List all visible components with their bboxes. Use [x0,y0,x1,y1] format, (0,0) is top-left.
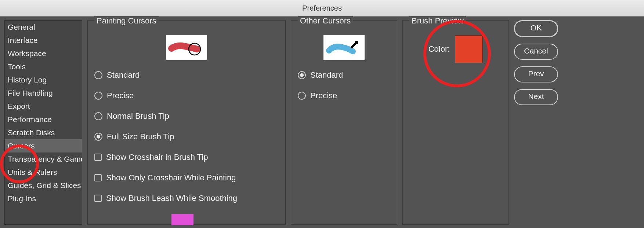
group-painting-cursors: Painting Cursors Standard Precise Normal… [87,20,286,225]
leash-color-swatch[interactable] [171,214,193,225]
radio-painting-full-tip[interactable]: Full Size Brush Tip [94,132,279,141]
sidebar-item-cursors[interactable]: Cursors [5,139,82,152]
check-crosshair-while-painting[interactable]: Show Only Crosshair While Painting [94,173,279,183]
option-label: Show Crosshair in Brush Tip [106,152,208,162]
option-label: Standard [107,70,140,80]
sidebar-item-file-handling[interactable]: File Handling [5,87,82,100]
checkbox-icon [94,195,102,202]
radio-other-precise[interactable]: Precise [298,91,390,100]
group-brush-preview: Brush Preview Color: [402,20,509,225]
group-title-brush-preview: Brush Preview [409,16,466,26]
option-label: Full Size Brush Tip [107,132,174,141]
window-title: Preferences [0,0,644,16]
painting-cursor-preview [166,35,207,60]
option-label: Precise [310,91,337,100]
other-cursor-preview [323,35,365,60]
radio-other-standard[interactable]: Standard [298,70,390,80]
checkbox-icon [94,174,102,181]
cancel-button[interactable]: Cancel [514,44,558,60]
group-title-painting: Painting Cursors [94,16,159,26]
sidebar-item-scratch-disks[interactable]: Scratch Disks [5,126,82,139]
sidebar-item-performance[interactable]: Performance [5,113,82,126]
sidebar-item-units-rulers[interactable]: Units & Rulers [5,166,82,179]
sidebar-item-guides-grid-slices[interactable]: Guides, Grid & Slices [5,179,82,192]
prev-button[interactable]: Prev [514,66,558,82]
group-title-other: Other Cursors [298,16,353,26]
radio-icon [298,71,306,79]
checkbox-icon [94,154,102,161]
sidebar: General Interface Workspace Tools Histor… [4,20,82,225]
svg-rect-1 [355,41,358,44]
radio-icon [298,92,306,100]
sidebar-item-transparency-gamut[interactable]: Transparency & Gamut [5,152,82,166]
radio-painting-standard[interactable]: Standard [94,70,279,80]
sidebar-item-workspace[interactable]: Workspace [5,47,82,60]
radio-painting-normal-tip[interactable]: Normal Brush Tip [94,111,279,121]
radio-icon [94,133,102,141]
sidebar-item-export[interactable]: Export [5,100,82,113]
ok-button[interactable]: OK [514,20,558,37]
sidebar-item-plug-ins[interactable]: Plug-Ins [5,192,82,205]
radio-icon [94,92,102,100]
option-label: Precise [107,91,134,100]
radio-icon [94,71,102,79]
preferences-body: General Interface Workspace Tools Histor… [0,16,644,225]
brush-stroke-icon [166,35,207,60]
check-crosshair-in-tip[interactable]: Show Crosshair in Brush Tip [94,152,279,162]
option-label: Show Brush Leash While Smoothing [106,194,237,203]
next-button[interactable]: Next [514,89,558,105]
check-brush-leash[interactable]: Show Brush Leash While Smoothing [94,194,279,203]
content-area: Painting Cursors Standard Precise Normal… [87,20,640,225]
sidebar-item-interface[interactable]: Interface [5,34,82,47]
dialog-buttons: OK Cancel Prev Next [514,20,558,225]
eyedropper-preview-icon [323,35,365,60]
radio-painting-precise[interactable]: Precise [94,91,279,100]
option-label: Normal Brush Tip [107,111,169,121]
brush-preview-color-row: Color: [409,35,502,63]
brush-preview-color-swatch[interactable] [455,35,483,63]
sidebar-item-general[interactable]: General [5,21,82,34]
option-label: Standard [310,70,343,80]
sidebar-item-tools[interactable]: Tools [5,60,82,73]
color-label: Color: [428,44,450,54]
option-label: Show Only Crosshair While Painting [106,173,236,183]
radio-icon [94,112,102,120]
group-other-cursors: Other Cursors Standard Precise [291,20,397,225]
sidebar-item-history-log[interactable]: History Log [5,73,82,87]
